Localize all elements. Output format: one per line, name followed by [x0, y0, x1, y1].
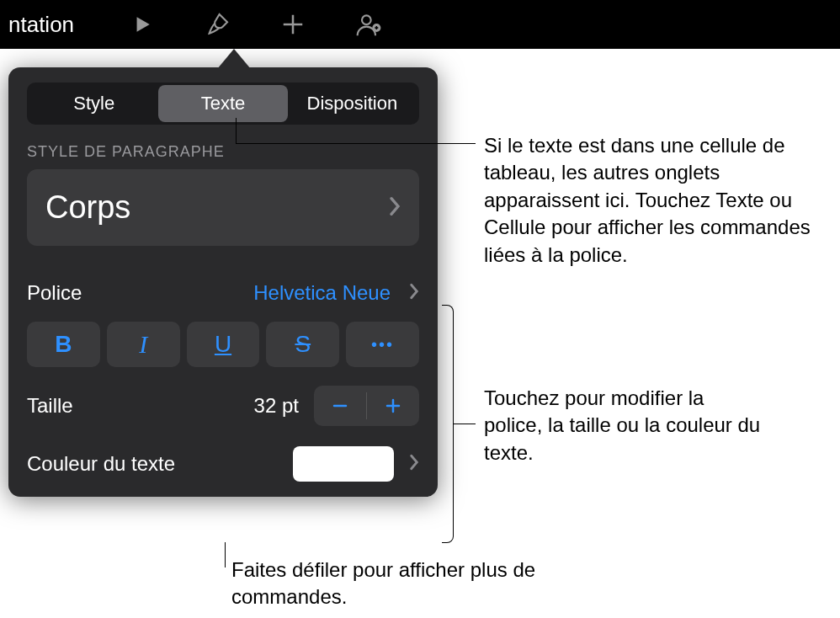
text-color-row: Couleur du texte	[27, 438, 419, 497]
callout-leader	[225, 542, 226, 567]
format-brush-icon[interactable]	[200, 8, 234, 41]
size-decrease-button[interactable]	[314, 386, 366, 426]
collaborate-icon[interactable]	[352, 8, 385, 41]
paragraph-style-section-label: STYLE DE PARAGRAPHE	[27, 143, 419, 161]
underline-button[interactable]: U	[187, 322, 260, 367]
callout-text-3: Faites défiler pour afficher plus de com…	[231, 557, 568, 611]
paragraph-style-selector[interactable]: Corps	[27, 169, 419, 246]
toolbar-title: ntation	[8, 12, 74, 38]
font-label: Police	[27, 281, 82, 305]
text-color-label: Couleur du texte	[27, 452, 175, 476]
chevron-right-icon	[389, 196, 401, 220]
callout-bracket	[442, 305, 454, 543]
chevron-right-icon[interactable]	[409, 454, 419, 474]
tab-layout[interactable]: Disposition	[288, 85, 417, 122]
strikethrough-button[interactable]: S	[266, 322, 339, 367]
plus-icon[interactable]	[276, 8, 310, 41]
chevron-right-icon	[409, 283, 419, 303]
font-row[interactable]: Police Helvetica Neue	[27, 271, 419, 315]
play-icon[interactable]	[125, 8, 158, 41]
size-increase-button[interactable]	[367, 386, 419, 426]
format-button-row: B I U S •••	[27, 322, 419, 367]
callout-leader	[236, 143, 476, 144]
format-popover: Style Texte Disposition STYLE DE PARAGRA…	[8, 49, 438, 497]
more-options-button[interactable]: •••	[346, 322, 419, 367]
format-tabs: Style Texte Disposition	[27, 83, 419, 125]
callout-leader	[454, 424, 476, 424]
popover-arrow	[217, 49, 251, 69]
tab-style[interactable]: Style	[29, 85, 158, 122]
size-label: Taille	[27, 394, 73, 418]
size-value: 32 pt	[254, 394, 299, 418]
tab-text[interactable]: Texte	[158, 85, 287, 122]
size-stepper	[314, 386, 419, 426]
callout-text-2: Touchez pour modifier la police, la tail…	[484, 385, 762, 466]
size-row: Taille 32 pt	[27, 379, 419, 438]
top-toolbar: ntation	[0, 0, 840, 49]
italic-button[interactable]: I	[107, 322, 180, 367]
font-value: Helvetica Neue	[253, 281, 391, 305]
callout-text-1: Si le texte est dans une cellule de tabl…	[484, 132, 837, 269]
bold-button[interactable]: B	[27, 322, 100, 367]
paragraph-style-value: Corps	[45, 189, 130, 226]
svg-point-2	[362, 15, 371, 24]
callout-leader	[236, 118, 237, 143]
text-color-swatch[interactable]	[293, 446, 394, 482]
